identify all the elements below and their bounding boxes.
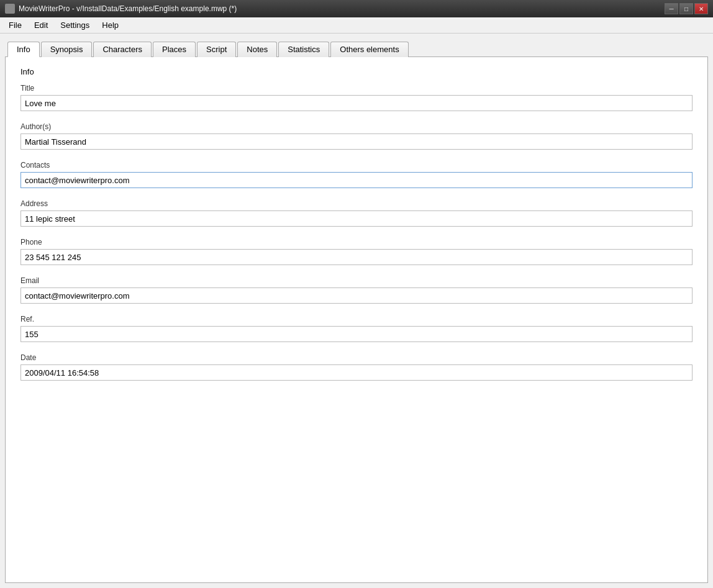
tab-synopsis[interactable]: Synopsis: [41, 42, 93, 57]
close-button[interactable]: ✕: [694, 3, 708, 14]
input-contacts[interactable]: [20, 172, 693, 188]
input-email[interactable]: [20, 287, 693, 304]
tab-statistics[interactable]: Statistics: [278, 42, 329, 57]
input-title[interactable]: [20, 95, 693, 111]
menu-help[interactable]: Help: [96, 19, 125, 32]
app-icon: [5, 4, 15, 14]
minimize-button[interactable]: ─: [665, 3, 678, 14]
menu-file[interactable]: File: [2, 19, 28, 32]
field-group-authors: Author(s): [20, 122, 693, 150]
field-group-contacts: Contacts: [20, 161, 693, 188]
input-date[interactable]: [20, 364, 693, 381]
tab-bar: Info Synopsis Characters Places Script N…: [5, 38, 708, 57]
label-email: Email: [20, 276, 693, 285]
input-address[interactable]: [20, 210, 693, 227]
label-ref: Ref.: [20, 315, 693, 323]
label-authors: Author(s): [20, 122, 693, 131]
label-address: Address: [20, 199, 693, 208]
label-phone: Phone: [20, 238, 693, 247]
title-bar-left: MovieWriterPro - v/InstallData/Examples/…: [5, 4, 237, 14]
input-phone[interactable]: [20, 249, 693, 265]
label-date: Date: [20, 353, 693, 362]
app-window: MovieWriterPro - v/InstallData/Examples/…: [0, 0, 713, 588]
input-authors[interactable]: [20, 133, 693, 150]
field-group-date: Date: [20, 353, 693, 381]
tab-places[interactable]: Places: [153, 42, 196, 57]
input-ref[interactable]: [20, 326, 693, 342]
main-content: Info Title Author(s) Contacts Address: [5, 57, 708, 583]
field-group-address: Address: [20, 199, 693, 227]
tab-info[interactable]: Info: [7, 42, 40, 57]
title-bar-buttons: ─ □ ✕: [665, 3, 708, 14]
field-group-email: Email: [20, 276, 693, 304]
section-title: Info: [20, 67, 693, 76]
maximize-button[interactable]: □: [679, 3, 693, 14]
tab-characters[interactable]: Characters: [93, 42, 152, 57]
label-contacts: Contacts: [20, 161, 693, 170]
tab-others[interactable]: Others elements: [330, 42, 408, 57]
window-title: MovieWriterPro - v/InstallData/Examples/…: [19, 4, 237, 13]
tab-notes[interactable]: Notes: [237, 42, 277, 57]
menu-settings[interactable]: Settings: [54, 19, 96, 32]
title-bar: MovieWriterPro - v/InstallData/Examples/…: [0, 0, 713, 17]
content-wrapper: Info Synopsis Characters Places Script N…: [0, 34, 713, 588]
field-group-ref: Ref.: [20, 315, 693, 342]
label-title: Title: [20, 84, 693, 93]
field-group-title: Title: [20, 84, 693, 111]
tab-script[interactable]: Script: [197, 42, 236, 57]
field-group-phone: Phone: [20, 238, 693, 265]
info-panel: Info Title Author(s) Contacts Address: [6, 57, 707, 402]
menu-bar: File Edit Settings Help: [0, 17, 713, 34]
menu-edit[interactable]: Edit: [28, 19, 54, 32]
